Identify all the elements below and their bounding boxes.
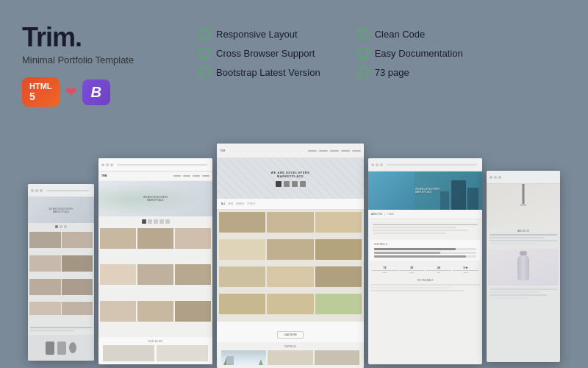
brand-area: Trim. Minimal Portfolio Template HTML5 ❤… xyxy=(22,22,169,107)
preview-card-far-left: WE ARE DEVELOPERSMARKETPLACE xyxy=(28,184,94,361)
feature-col-1: ✓ Responsive Layout ✓ Cross Browser Supp… xyxy=(198,28,320,78)
feature-item-6: ✓ 73 page xyxy=(357,66,463,78)
feature-label-4: Clean Code xyxy=(375,29,426,40)
brand-dot: . xyxy=(75,22,82,52)
feature-label-5: Easy Documentation xyxy=(375,48,463,59)
badges-row: HTML5 ❤ B xyxy=(22,77,169,107)
previews-area: WE ARE DEVELOPERSMARKETPLACE xyxy=(0,140,588,368)
preview-card-center: TRIM WE ARE DEVELOPERSMARKETPLACE xyxy=(217,144,364,368)
check-icon-3: ✓ xyxy=(198,66,210,78)
top-section: Trim. Minimal Portfolio Template HTML5 ❤… xyxy=(0,0,588,121)
feature-item-3: ✓ Bootstrap Latest Version xyxy=(198,66,320,78)
feature-item-1: ✓ Responsive Layout xyxy=(198,28,320,40)
brand-subtitle: Minimal Portfolio Template xyxy=(22,54,169,66)
brand-title: Trim. xyxy=(22,22,169,53)
bootstrap-letter: B xyxy=(91,84,101,101)
check-icon-2: ✓ xyxy=(198,47,210,59)
feature-label-1: Responsive Layout xyxy=(216,29,298,40)
heart-icon: ❤ xyxy=(65,84,76,100)
check-icon-6: ✓ xyxy=(357,66,369,78)
feature-item-4: ✓ Clean Code xyxy=(357,28,463,40)
preview-card-far-right: ABOUT US xyxy=(487,171,560,362)
html5-badge: HTML5 xyxy=(22,77,60,107)
check-icon-4: ✓ xyxy=(357,28,369,40)
preview-card-right: WE ARE DEVELOPERSMARKETPLACE ABOUT US | … xyxy=(368,158,482,364)
features-area: ✓ Responsive Layout ✓ Cross Browser Supp… xyxy=(198,28,566,78)
check-icon-5: ✓ xyxy=(357,47,369,59)
preview-card-left: TRIM WE ARE DEVELOPERSMARKETPLACE xyxy=(98,158,212,364)
feature-item-2: ✓ Cross Browser Support xyxy=(198,47,320,59)
brand-name-text: Trim xyxy=(22,22,75,52)
feature-label-2: Cross Browser Support xyxy=(216,48,315,59)
check-icon-1: ✓ xyxy=(198,28,210,40)
feature-item-5: ✓ Easy Documentation xyxy=(357,47,463,59)
feature-col-2: ✓ Clean Code ✓ Easy Documentation ✓ 73 p… xyxy=(357,28,463,78)
feature-label-6: 73 page xyxy=(375,67,409,78)
feature-label-3: Bootstrap Latest Version xyxy=(216,67,320,78)
bootstrap-badge: B xyxy=(82,79,110,105)
